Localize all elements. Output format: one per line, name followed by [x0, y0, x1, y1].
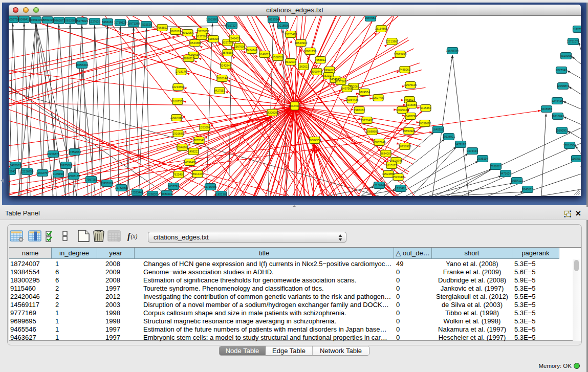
svg-text:17957255: 17957255 — [85, 178, 97, 181]
svg-text:2087652: 2087652 — [365, 16, 376, 19]
svg-text:11821301: 11821301 — [215, 193, 227, 196]
svg-text:14520746: 14520746 — [390, 159, 402, 162]
svg-text:10756928: 10756928 — [399, 145, 411, 148]
svg-text:12323446: 12323446 — [131, 191, 143, 194]
svg-text:9127509: 9127509 — [196, 35, 207, 38]
svg-text:7485063: 7485063 — [399, 68, 410, 71]
svg-text:1615172: 1615172 — [386, 164, 397, 167]
svg-text:(x): (x) — [131, 233, 138, 240]
svg-text:8454749: 8454749 — [246, 49, 257, 52]
svg-text:9474444: 9474444 — [467, 149, 477, 152]
svg-text:19862077: 19862077 — [53, 19, 65, 22]
svg-text:1498222: 1498222 — [188, 150, 199, 153]
svg-text:15751074: 15751074 — [567, 40, 579, 43]
svg-text:9115460: 9115460 — [420, 106, 431, 110]
svg-text:1112853: 1112853 — [573, 28, 581, 31]
svg-text:9327508: 9327508 — [222, 41, 233, 44]
svg-text:18640910: 18640910 — [295, 41, 307, 45]
svg-text:1244415: 1244415 — [552, 99, 562, 102]
svg-text:1546433: 1546433 — [229, 37, 239, 40]
svg-text:8990448: 8990448 — [311, 70, 322, 73]
svg-text:10654122: 10654122 — [511, 179, 523, 182]
svg-text:12213967: 12213967 — [386, 40, 398, 43]
svg-text:8878342: 8878342 — [193, 139, 204, 142]
svg-text:10295201: 10295201 — [146, 193, 159, 196]
svg-text:15136141: 15136141 — [373, 184, 385, 187]
svg-text:10046766: 10046766 — [176, 146, 188, 149]
svg-text:10607487: 10607487 — [372, 96, 384, 99]
svg-text:16971388: 16971388 — [127, 22, 140, 25]
svg-text:18300295: 18300295 — [266, 111, 278, 114]
svg-text:15692901: 15692901 — [556, 129, 568, 132]
svg-text:16914479: 16914479 — [191, 172, 204, 176]
svg-text:18724007: 18724007 — [289, 104, 301, 107]
svg-text:9380291: 9380291 — [161, 192, 172, 195]
svg-text:16210643: 16210643 — [552, 115, 564, 118]
svg-text:7625402: 7625402 — [173, 173, 184, 176]
svg-text:16154808: 16154808 — [375, 27, 387, 30]
svg-text:9684007: 9684007 — [380, 152, 391, 155]
svg-text:16033809: 16033809 — [206, 18, 219, 21]
svg-text:7632621: 7632621 — [490, 165, 501, 168]
svg-text:1353594: 1353594 — [199, 126, 210, 129]
svg-text:19654985: 19654985 — [170, 116, 183, 119]
svg-text:12505135: 12505135 — [68, 174, 80, 178]
svg-text:8186328: 8186328 — [208, 37, 219, 40]
svg-text:1538520: 1538520 — [272, 56, 283, 59]
svg-text:1640950: 1640950 — [432, 128, 443, 131]
svg-text:8813054: 8813054 — [268, 18, 278, 21]
svg-text:1527602: 1527602 — [89, 20, 100, 23]
svg-text:10653287: 10653287 — [64, 19, 76, 22]
svg-text:12942757: 12942757 — [36, 171, 49, 174]
svg-text:7663822: 7663822 — [157, 26, 167, 29]
svg-text:19654923: 19654923 — [403, 129, 415, 133]
svg-text:16648784: 16648784 — [446, 49, 459, 52]
svg-text:13495793: 13495793 — [404, 115, 417, 118]
svg-text:9657791: 9657791 — [168, 185, 179, 188]
svg-text:10688609: 10688609 — [366, 130, 378, 133]
svg-text:12156859: 12156859 — [21, 170, 33, 173]
svg-text:8912954: 8912954 — [182, 31, 193, 34]
svg-text:7515526: 7515526 — [141, 23, 151, 26]
svg-text:8322037: 8322037 — [285, 60, 296, 63]
svg-text:19218506: 19218506 — [277, 24, 289, 27]
svg-text:3915942: 3915942 — [9, 170, 16, 173]
svg-text:1145190: 1145190 — [53, 172, 63, 176]
svg-text:10973493: 10973493 — [394, 53, 406, 56]
svg-text:9890112: 9890112 — [183, 57, 194, 60]
svg-text:8466160: 8466160 — [102, 20, 113, 24]
svg-text:20364436: 20364436 — [346, 98, 358, 101]
svg-text:17016504: 17016504 — [563, 144, 576, 147]
svg-text:12093872: 12093872 — [557, 84, 569, 87]
svg-text:10025438: 10025438 — [396, 108, 408, 112]
svg-text:20691406: 20691406 — [30, 18, 42, 21]
svg-text:2803144: 2803144 — [216, 77, 227, 80]
svg-text:18839499: 18839499 — [41, 18, 54, 21]
svg-text:1733426: 1733426 — [395, 187, 406, 190]
svg-text:20206576: 20206576 — [47, 152, 59, 156]
svg-text:9777169: 9777169 — [335, 80, 346, 83]
svg-text:8471626: 8471626 — [500, 172, 511, 175]
svg-text:3875685: 3875685 — [222, 51, 233, 54]
svg-text:9227342: 9227342 — [556, 69, 567, 72]
svg-text:12213369: 12213369 — [172, 85, 184, 89]
svg-text:7986372: 7986372 — [354, 108, 364, 112]
svg-text:10719128: 10719128 — [114, 21, 126, 24]
svg-text:1916685: 1916685 — [172, 132, 183, 135]
svg-text:10543382: 10543382 — [189, 41, 201, 45]
svg-text:13958107: 13958107 — [101, 182, 113, 185]
svg-text:29053346: 29053346 — [76, 63, 88, 67]
svg-text:2718176: 2718176 — [176, 70, 186, 73]
svg-text:6994028: 6994028 — [324, 69, 335, 72]
svg-text:16782759: 16782759 — [115, 186, 127, 189]
svg-text:2367608: 2367608 — [234, 45, 245, 48]
svg-text:6216055: 6216055 — [406, 103, 417, 106]
svg-text:12975125: 12975125 — [404, 83, 417, 86]
svg-text:19975867: 19975867 — [60, 164, 72, 167]
svg-text:8485001: 8485001 — [10, 164, 20, 167]
svg-text:13226058: 13226058 — [197, 30, 209, 33]
svg-text:20098416: 20098416 — [18, 18, 30, 21]
svg-text:16961758: 16961758 — [304, 50, 316, 53]
svg-text:8427552: 8427552 — [214, 89, 225, 92]
svg-text:13325419: 13325419 — [285, 33, 297, 36]
